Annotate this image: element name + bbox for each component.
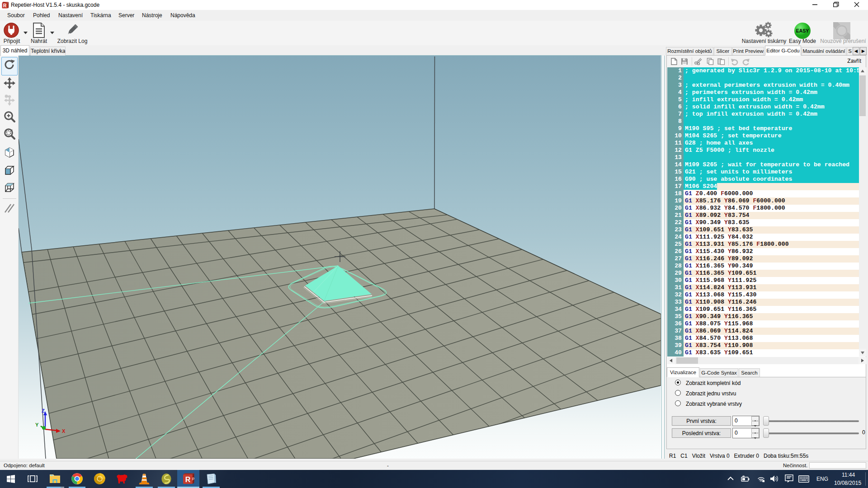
svg-text:Z: Z xyxy=(42,408,45,413)
svg-text:EASY: EASY xyxy=(796,28,809,33)
svg-text:Y: Y xyxy=(35,422,39,427)
svg-text:R: R xyxy=(3,3,7,8)
svg-text:P: P xyxy=(192,477,194,481)
svg-text:R: R xyxy=(185,476,191,483)
svg-text:X: X xyxy=(62,428,66,434)
